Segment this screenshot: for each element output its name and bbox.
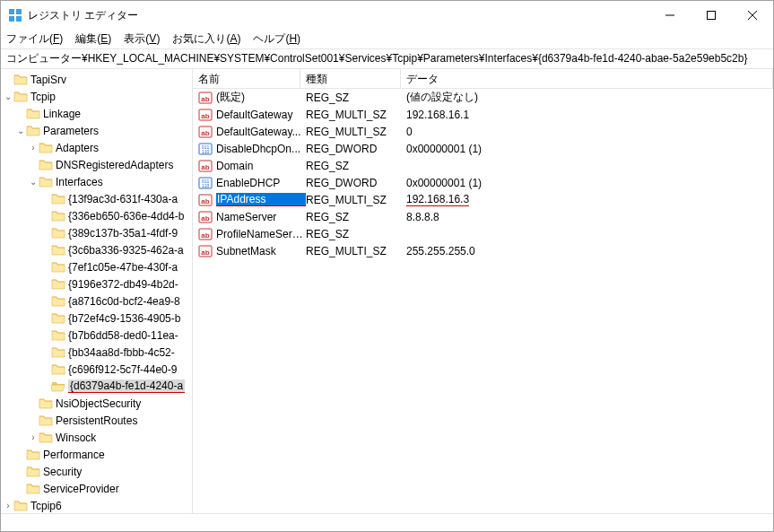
tree-item[interactable]: ⌄Interfaces xyxy=(1,173,192,190)
chevron-right-icon[interactable]: › xyxy=(28,432,39,442)
tree-item[interactable]: {13f9ac3d-631f-430a-a xyxy=(1,190,192,207)
folder-icon xyxy=(51,362,65,377)
window-buttons xyxy=(649,1,773,30)
tree-item[interactable]: {3c6ba336-9325-462a-a xyxy=(1,241,192,258)
tree-item-label: {336eb650-636e-4dd4-b xyxy=(68,210,184,222)
tree-item-label: ServiceProvider xyxy=(43,483,119,495)
list-view[interactable]: 名前 種類 データ ab(既定)REG_SZ(値の設定なし)abDefaultG… xyxy=(193,69,773,513)
svg-rect-3 xyxy=(16,16,22,22)
menubar: ファイル(F) 編集(E) 表示(V) お気に入り(A) ヘルプ(H) xyxy=(1,30,773,49)
maximize-button[interactable] xyxy=(691,1,732,30)
tree-item[interactable]: ⌄Parameters xyxy=(1,122,192,139)
tree-item[interactable]: {a8716c0d-bcf2-4ea9-8 xyxy=(1,292,192,310)
value-name: (既定) xyxy=(216,90,306,105)
tree-item-label: Performance xyxy=(43,449,105,461)
value-type: REG_DWORD xyxy=(306,143,406,155)
folder-icon xyxy=(51,260,65,275)
tree-item[interactable]: Security xyxy=(1,463,192,480)
chevron-down-icon[interactable]: ⌄ xyxy=(3,92,13,101)
value-data: 192.168.16.3 xyxy=(406,193,469,206)
value-name: DefaultGateway xyxy=(216,109,306,121)
menu-view[interactable]: 表示(V) xyxy=(124,31,160,47)
menu-file[interactable]: ファイル(F) xyxy=(6,31,63,47)
value-row[interactable]: 011110EnableDHCPREG_DWORD0x00000001 (1) xyxy=(193,174,773,191)
chevron-right-icon[interactable]: › xyxy=(28,143,39,153)
string-value-icon: ab xyxy=(198,193,213,207)
tree-item[interactable]: {c696f912-5c7f-44e0-9 xyxy=(1,361,192,378)
tree-item[interactable]: Performance xyxy=(1,446,192,463)
tree-item[interactable]: {389c137b-35a1-4fdf-9 xyxy=(1,224,192,241)
value-name: IPAddress xyxy=(216,193,306,206)
menu-edit[interactable]: 編集(E) xyxy=(75,31,111,47)
string-value-icon: ab xyxy=(198,125,213,139)
value-row[interactable]: ab(既定)REG_SZ(値の設定なし) xyxy=(193,89,773,106)
value-row[interactable]: abDomainREG_SZ xyxy=(193,157,773,174)
address-bar[interactable]: コンピューター¥HKEY_LOCAL_MACHINE¥SYSTEM¥Contro… xyxy=(1,49,773,69)
chevron-down-icon[interactable]: ⌄ xyxy=(15,126,26,135)
folder-icon xyxy=(39,141,53,155)
chevron-right-icon[interactable]: › xyxy=(3,501,13,510)
tree-item[interactable]: {7ef1c05e-47be-430f-a xyxy=(1,258,192,275)
value-row[interactable]: 011110DisableDhcpOn...REG_DWORD0x0000000… xyxy=(193,140,773,157)
menu-favorites[interactable]: お気に入り(A) xyxy=(172,31,240,47)
value-row[interactable]: abDefaultGatewayREG_MULTI_SZ192.168.16.1 xyxy=(193,106,773,123)
svg-text:110: 110 xyxy=(202,149,210,154)
tree-item[interactable]: {bb34aa8d-fbbb-4c52- xyxy=(1,344,192,361)
folder-icon xyxy=(26,482,40,496)
tree-item[interactable]: ›Tcpip6 xyxy=(1,497,192,513)
registry-editor-window: レジストリ エディター ファイル(F) 編集(E) 表示(V) お気に入り(A)… xyxy=(0,0,774,532)
menu-help[interactable]: ヘルプ(H) xyxy=(253,31,300,47)
tree-item[interactable]: Linkage xyxy=(1,105,192,122)
folder-icon xyxy=(51,294,65,309)
string-value-icon: ab xyxy=(198,227,213,241)
tree-item[interactable]: ⌄Tcpip xyxy=(1,88,192,105)
tree-item-label: Winsock xyxy=(56,432,96,444)
column-header-name[interactable]: 名前 xyxy=(193,69,300,88)
list-header: 名前 種類 データ xyxy=(193,69,773,89)
value-name: ProfileNameServer xyxy=(216,228,306,240)
tree-item[interactable]: {b7b6dd58-ded0-11ea- xyxy=(1,327,192,344)
tree-item[interactable]: {b72ef4c9-1536-4905-b xyxy=(1,310,192,327)
tree-item[interactable]: {d6379a4b-fe1d-4240-a xyxy=(1,378,192,395)
column-header-data[interactable]: データ xyxy=(401,69,773,88)
tree-item[interactable]: TapiSrv xyxy=(1,71,192,88)
tree-item-label: DNSRegisteredAdapters xyxy=(56,159,173,171)
string-value-icon: ab xyxy=(198,159,213,173)
tree-item-label: Security xyxy=(43,466,82,478)
tree-item[interactable]: ServiceProvider xyxy=(1,480,192,497)
minimize-button[interactable] xyxy=(649,1,691,30)
value-row[interactable]: abSubnetMaskREG_MULTI_SZ255.255.255.0 xyxy=(193,242,773,259)
value-type: REG_MULTI_SZ xyxy=(306,245,406,257)
tree-item[interactable]: {9196e372-db49-4b2d- xyxy=(1,275,192,292)
folder-open-icon xyxy=(51,379,65,394)
value-data: 0x00000001 (1) xyxy=(406,177,773,189)
svg-text:ab: ab xyxy=(201,95,209,103)
value-row[interactable]: abDefaultGateway...REG_MULTI_SZ0 xyxy=(193,123,773,140)
value-row[interactable]: abNameServerREG_SZ8.8.8.8 xyxy=(193,208,773,225)
folder-icon xyxy=(51,328,65,343)
svg-text:ab: ab xyxy=(201,129,209,137)
folder-icon xyxy=(13,90,28,104)
value-type: REG_SZ xyxy=(306,211,406,223)
svg-rect-5 xyxy=(708,12,716,20)
tree-item-label: PersistentRoutes xyxy=(56,414,137,427)
value-row[interactable]: abIPAddressREG_MULTI_SZ192.168.16.3 xyxy=(193,191,773,208)
tree-item[interactable]: ›Adapters xyxy=(1,139,192,156)
folder-icon xyxy=(39,175,53,189)
tree-item[interactable]: NsiObjectSecurity xyxy=(1,395,192,412)
column-header-type[interactable]: 種類 xyxy=(300,69,401,88)
tree-item[interactable]: PersistentRoutes xyxy=(1,412,192,429)
svg-text:ab: ab xyxy=(201,163,209,171)
folder-icon xyxy=(39,158,53,172)
svg-text:110: 110 xyxy=(202,183,210,188)
tree-item[interactable]: ›Winsock xyxy=(1,429,192,446)
tree-view[interactable]: TapiSrv⌄TcpipLinkage⌄Parameters›Adapters… xyxy=(1,69,193,513)
tree-item[interactable]: DNSRegisteredAdapters xyxy=(1,156,192,173)
tree-item[interactable]: {336eb650-636e-4dd4-b xyxy=(1,207,192,224)
value-row[interactable]: abProfileNameServerREG_SZ xyxy=(193,225,773,242)
tree-item-label: {9196e372-db49-4b2d- xyxy=(68,278,178,291)
folder-icon xyxy=(51,209,65,223)
chevron-down-icon[interactable]: ⌄ xyxy=(28,177,39,187)
close-button[interactable] xyxy=(732,1,773,30)
folder-icon xyxy=(39,414,53,428)
